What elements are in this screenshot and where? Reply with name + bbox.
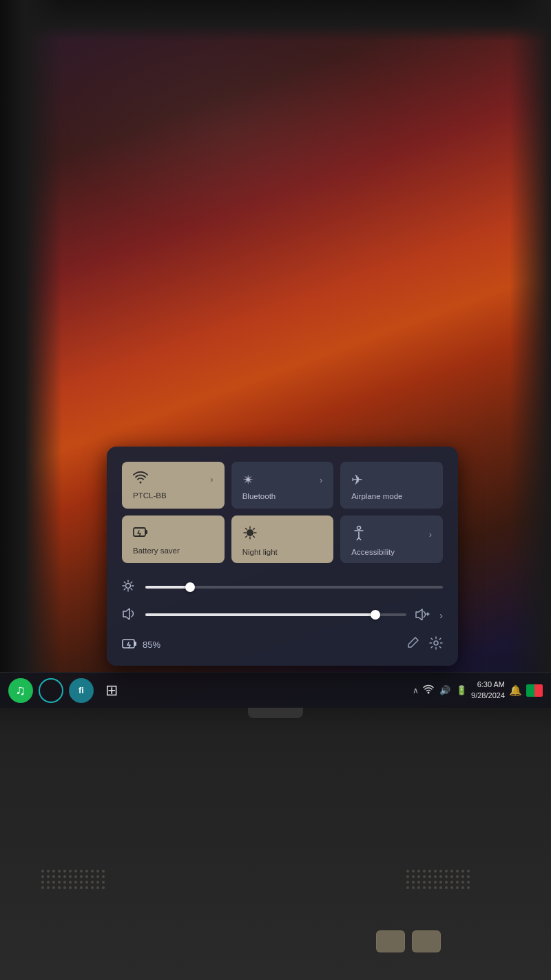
trackpad-buttons	[376, 930, 441, 952]
tray-volume-icon[interactable]: 🔊	[439, 685, 450, 695]
speaker-dot	[467, 870, 470, 872]
speaker-dot	[406, 881, 409, 884]
speaker-dot	[439, 875, 442, 878]
svg-rect-23	[134, 642, 136, 646]
speaker-dot	[450, 886, 453, 889]
quick-tiles-grid: › PTCL-BB ✴ › Bluetooth ✈ Airplane mode	[122, 462, 443, 563]
taskbar-notification-icon[interactable]: 🔔	[509, 684, 522, 697]
system-tray-expand-icon[interactable]: ∧	[413, 686, 419, 695]
speaker-dot	[96, 881, 99, 884]
speaker-dot	[439, 886, 442, 889]
taskbar-fi-app-icon[interactable]: fi	[69, 678, 94, 703]
brightness-slider-row	[122, 580, 443, 595]
speaker-dot	[406, 875, 409, 878]
battery-info: 85%	[122, 637, 160, 653]
speaker-dot	[412, 875, 415, 878]
taskbar-spotify-icon[interactable]: ♫	[8, 678, 33, 703]
speaker-dot	[96, 875, 99, 878]
speaker-grille-right	[406, 870, 489, 897]
trackpad-button-right[interactable]	[412, 930, 441, 952]
speaker-dot	[85, 886, 88, 889]
sliders-section: ›	[122, 580, 443, 622]
speaker-dot	[91, 881, 94, 884]
brightness-icon	[122, 580, 137, 595]
speaker-dot	[102, 875, 105, 878]
speaker-dot	[428, 875, 431, 878]
speaker-dot	[74, 875, 77, 878]
settings-icon[interactable]	[429, 636, 443, 653]
speaker-dot	[434, 886, 437, 889]
tray-wifi-icon[interactable]	[423, 684, 434, 696]
speaker-dot	[58, 875, 61, 878]
speaker-dot	[96, 870, 99, 872]
speaker-dot	[58, 870, 61, 872]
volume-slider-track[interactable]	[145, 613, 406, 616]
speaker-dot	[63, 881, 66, 884]
tray-battery-icon[interactable]: 🔋	[456, 685, 467, 695]
speaker-dot	[63, 875, 66, 878]
taskbar-circle-app-icon[interactable]	[39, 678, 63, 703]
wifi-chevron-icon[interactable]: ›	[210, 474, 213, 484]
airplane-label: Airplane mode	[351, 492, 402, 500]
speaker-dot	[102, 881, 105, 884]
accessibility-label: Accessibility	[351, 548, 395, 556]
speaker-dot	[69, 886, 72, 889]
accessibility-tile[interactable]: › Accessibility	[340, 515, 443, 563]
system-tray-icons: 🔊 🔋	[423, 684, 467, 696]
night-light-label: Night light	[242, 548, 278, 556]
battery-saver-tile-top	[133, 525, 214, 542]
speaker-dot	[461, 881, 464, 884]
speaker-dot	[74, 870, 77, 872]
speaker-dot	[467, 875, 470, 878]
volume-more-icon[interactable]: ›	[439, 609, 443, 621]
svg-line-11	[245, 535, 247, 537]
wifi-icon	[133, 471, 148, 487]
laptop-bottom-body: (function() { var g = document.querySele…	[0, 708, 551, 980]
bluetooth-tile[interactable]: ✴ › Bluetooth	[231, 462, 334, 509]
speaker-dot	[102, 870, 105, 872]
speaker-dot	[456, 886, 459, 889]
battery-status-icon	[122, 637, 137, 653]
laptop-bezel-top	[0, 0, 551, 41]
speaker-dot	[41, 886, 44, 889]
airplane-tile[interactable]: ✈ Airplane mode	[340, 462, 443, 509]
night-light-icon	[242, 525, 258, 544]
speaker-dot	[47, 881, 50, 884]
speaker-dot	[80, 875, 83, 878]
wifi-tile[interactable]: › PTCL-BB	[122, 462, 225, 509]
brightness-slider-thumb[interactable]	[185, 582, 195, 592]
speaker-dot	[69, 870, 72, 872]
battery-saver-tile[interactable]: Battery saver	[122, 515, 225, 563]
trackpad-button-left[interactable]	[376, 930, 405, 952]
speaker-dot	[41, 870, 44, 872]
svg-line-21	[124, 589, 125, 590]
svg-point-13	[126, 584, 131, 589]
speaker-dot	[445, 886, 448, 889]
volume-slider-fill	[145, 613, 375, 616]
speaker-dot	[456, 870, 459, 872]
speaker-dot	[41, 875, 44, 878]
bluetooth-chevron-icon[interactable]: ›	[320, 475, 322, 485]
speaker-dot	[428, 886, 431, 889]
accessibility-icon	[351, 525, 366, 544]
speaker-dot	[445, 881, 448, 884]
taskbar-language-flag[interactable]	[526, 684, 543, 697]
speaker-dot	[417, 875, 420, 878]
speaker-dot	[434, 881, 437, 884]
speaker-dot	[417, 881, 420, 884]
accessibility-chevron-icon[interactable]: ›	[429, 529, 432, 540]
taskbar-windows-icon[interactable]: ⊞	[99, 678, 124, 703]
volume-expand-icon[interactable]	[415, 608, 430, 622]
speaker-dot	[41, 881, 44, 884]
volume-slider-thumb[interactable]	[371, 610, 380, 620]
edit-icon[interactable]	[406, 636, 419, 653]
night-light-tile[interactable]: Night light	[231, 515, 334, 563]
svg-line-18	[124, 582, 125, 583]
screen-glare	[55, 28, 399, 234]
bottom-bar: 85%	[122, 636, 443, 653]
speaker-dot	[63, 886, 66, 889]
speaker-dot	[85, 881, 88, 884]
brightness-slider-track[interactable]	[145, 586, 443, 589]
taskbar-clock[interactable]: 6:30 AM 9/28/2024	[471, 680, 505, 701]
speaker-dot	[450, 875, 453, 878]
